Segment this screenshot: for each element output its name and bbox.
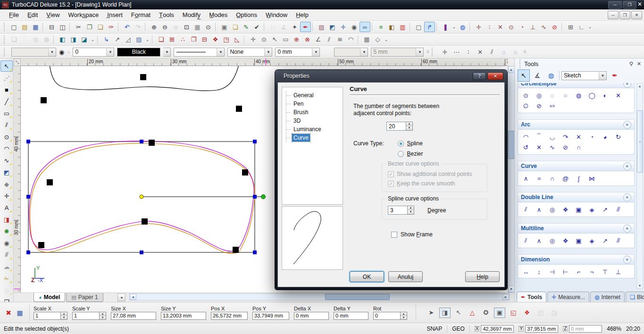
tree-item-general[interactable]: General [286, 91, 343, 100]
curve-bezier-icon[interactable]: ∩ [548, 175, 556, 182]
array-radial-icon[interactable]: ❖ [210, 34, 221, 45]
angle-snap-icon[interactable]: ∠ [278, 22, 289, 32]
circle-tanline-icon[interactable]: ✕ [614, 92, 622, 99]
field-input[interactable]: 0 [373, 312, 401, 320]
mline-segment-icon[interactable]: ⫽ [522, 237, 530, 244]
paste-icon[interactable]: ❏ [95, 22, 106, 32]
wave-tool-icon[interactable]: ≋ [335, 34, 345, 45]
hatch-icon[interactable]: ▨ [134, 34, 144, 45]
snap-middle-icon[interactable]: ∶ [484, 22, 495, 32]
star-grid-icon[interactable]: ❖ [521, 308, 533, 318]
open-icon[interactable]: ▤ [19, 22, 30, 32]
cloud-tool-icon[interactable]: ☁ [0, 261, 13, 272]
mline-circle-icon[interactable]: ◎ [548, 237, 556, 244]
panel-globe-icon[interactable]: ◍ [545, 69, 557, 82]
field-input[interactable]: 0 mm [294, 312, 329, 320]
zoom-out-icon[interactable]: ⊖ [159, 22, 170, 32]
snap-cross-icon[interactable]: ✕ [475, 47, 485, 57]
field-input[interactable]: 1 [33, 312, 61, 320]
pattern-dropdown[interactable]: None▼ [227, 48, 272, 57]
fill-tool-icon[interactable]: ◨ [0, 214, 13, 225]
panel-scroll-up-icon[interactable]: ▲ [638, 84, 642, 88]
dim-diameter-icon[interactable]: ¬ [588, 268, 596, 276]
spell-check-icon[interactable]: ✔ [251, 22, 262, 32]
line-tool-icon[interactable]: ╱ [0, 96, 13, 107]
pick-center-icon[interactable]: ⊙ [259, 34, 269, 45]
snap-circle2-icon[interactable]: ◌ [510, 47, 521, 57]
snap-center-icon[interactable]: ⊙ [506, 22, 517, 32]
segments-spinner[interactable]: ▲▼ [406, 122, 413, 131]
snapbar-overflow-icon[interactable]: ⍗ [524, 50, 526, 54]
move-tool-icon[interactable]: ✛ [0, 190, 13, 201]
control-point[interactable] [47, 179, 53, 185]
circle-tool-gray3-icon[interactable]: ◍ [41, 34, 52, 45]
mdi-minimize-button[interactable]: ─ [608, 11, 619, 19]
clear-selection-icon[interactable]: ✖ [3, 308, 14, 318]
hatch-overflow-icon[interactable]: ⌄ [144, 34, 151, 45]
dline-polygon-icon[interactable]: ❖ [561, 206, 569, 213]
control-point[interactable] [236, 106, 242, 112]
control-point[interactable] [142, 218, 148, 225]
local-snap-icon[interactable]: ⊕ [291, 34, 302, 45]
bool-overflow-icon[interactable]: ⌄ [90, 34, 96, 45]
snap-divide-icon[interactable]: ∶ [463, 47, 474, 57]
control-point[interactable] [38, 242, 44, 248]
field-input[interactable]: 27,08 mm [111, 312, 156, 320]
move-3d-icon[interactable]: ✛ [338, 22, 349, 32]
text-tool-icon[interactable]: A [0, 202, 13, 213]
dim-leader-icon[interactable]: ⊤ [601, 268, 609, 276]
toolbar-grip[interactable] [432, 48, 435, 56]
tree-item-pen[interactable]: Pen [286, 100, 343, 108]
mline-perp-icon[interactable]: ↗ [601, 237, 609, 244]
workplane-icon[interactable]: ◧ [386, 22, 397, 32]
scroll-up-icon[interactable]: ▲ [508, 66, 515, 73]
bezier-radio[interactable] [398, 151, 404, 157]
curve-polyline-icon[interactable]: ∧ [522, 175, 530, 182]
curve-sketch-icon[interactable]: ʃ [575, 175, 583, 182]
spline-radio[interactable] [398, 141, 404, 147]
menu-item[interactable]: V̲iew [42, 10, 64, 19]
array-polar-icon[interactable]: ∴ [177, 34, 188, 45]
dim-datum-icon[interactable]: ⊥ [614, 268, 622, 276]
canvas-vertical-scrollbar[interactable]: ▲ ▼ [508, 66, 514, 292]
scrollbar-thumb[interactable] [508, 131, 515, 159]
dline-rect-icon[interactable]: ▣ [575, 206, 583, 213]
control-point[interactable] [233, 247, 239, 253]
snap-intersection-icon[interactable]: ✕ [495, 22, 506, 32]
spline-tool-icon[interactable]: ∿ [0, 155, 13, 166]
text-style-dropdown[interactable]: ▼ [334, 48, 368, 57]
menu-item[interactable]: W̲indow [261, 10, 292, 19]
select-toggle-icon[interactable]: ◨ [439, 308, 451, 318]
circle-tool-icon[interactable]: ⊙ [0, 131, 13, 142]
save-icon[interactable]: ▦ [30, 22, 41, 32]
cut-icon[interactable]: ✂ [73, 22, 84, 32]
minimize-button[interactable]: ─ [608, 1, 622, 9]
toolbar-overflow-icon[interactable]: ⌄ [451, 22, 457, 32]
field-input[interactable]: 33,7949 mm [252, 312, 289, 320]
tab-paper1[interactable]: ▤Paper 1 [66, 293, 103, 302]
dialog-title-bar[interactable]: Properties ? ✕ [275, 70, 507, 82]
pin-icon[interactable]: ⚲ [629, 61, 633, 67]
text-height-dropdown[interactable]: 5 mm▼ [371, 48, 424, 57]
dline-perp-icon[interactable]: ↗ [601, 206, 609, 213]
ortho-icon[interactable]: ∟ [576, 22, 587, 32]
toolbar-overflow2-icon[interactable]: ⌄ [587, 22, 593, 32]
array-rect-icon[interactable]: ⊞ [167, 34, 177, 45]
horizontal-ruler[interactable]: 20 mm30 mm40 mm50 mm60 mm70 [21, 58, 508, 66]
panel-scrollbar-thumb[interactable]: ≡ [637, 110, 643, 173]
dline-circle-icon[interactable]: ◎ [548, 206, 556, 213]
panel-close-icon[interactable]: ✕ [637, 61, 641, 67]
dialog-help-icon[interactable]: ? [473, 72, 486, 80]
insert-image-icon[interactable]: ▣ [219, 22, 230, 32]
bool-add-icon[interactable]: ◧ [57, 34, 68, 45]
snap-circle1-icon[interactable]: ◌ [498, 47, 509, 57]
view-table-icon[interactable]: ▦ [192, 22, 203, 32]
collapse-chevron-icon[interactable]: « [623, 121, 631, 129]
crop-mode-icon[interactable]: ▣ [494, 308, 505, 318]
dim-horizontal-icon[interactable]: ↔ [522, 268, 530, 276]
circle-tool-gray1-icon[interactable]: ◌ [19, 34, 30, 45]
new-sheet-icon[interactable]: ▢ [413, 22, 424, 32]
control-point[interactable] [242, 169, 248, 175]
snap-tangent-icon[interactable]: ⊥ [527, 22, 538, 32]
bool-subtract-icon[interactable]: ◨ [68, 34, 79, 45]
